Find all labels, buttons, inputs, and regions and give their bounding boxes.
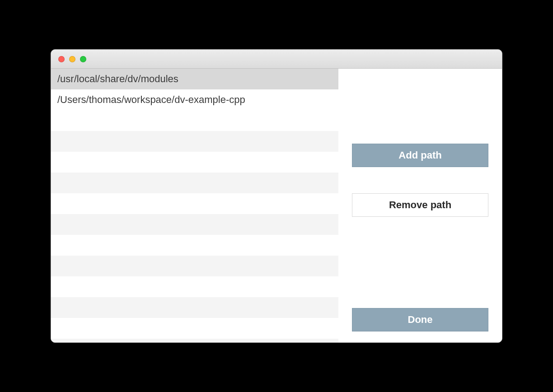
close-icon[interactable]: [58, 56, 65, 62]
dialog-window: /usr/local/share/dv/modules /Users/thoma…: [51, 49, 502, 343]
list-empty-area[interactable]: [51, 110, 338, 342]
list-item[interactable]: /Users/thomas/workspace/dv-example-cpp: [51, 89, 338, 110]
button-label: Add path: [398, 149, 441, 161]
list-item[interactable]: /usr/local/share/dv/modules: [51, 69, 338, 89]
add-path-button[interactable]: Add path: [352, 144, 488, 167]
minimize-icon[interactable]: [69, 56, 75, 62]
button-label: Done: [408, 314, 433, 326]
side-panel: Add path Remove path Done: [338, 69, 502, 342]
content-area: /usr/local/share/dv/modules /Users/thoma…: [51, 69, 502, 342]
path-text: /Users/thomas/workspace/dv-example-cpp: [57, 94, 245, 106]
done-button[interactable]: Done: [352, 308, 488, 331]
remove-path-button[interactable]: Remove path: [352, 193, 488, 217]
path-list[interactable]: /usr/local/share/dv/modules /Users/thoma…: [51, 69, 338, 342]
path-text: /usr/local/share/dv/modules: [57, 73, 178, 85]
button-label: Remove path: [389, 199, 451, 211]
titlebar[interactable]: [51, 50, 502, 69]
maximize-icon[interactable]: [80, 56, 86, 62]
